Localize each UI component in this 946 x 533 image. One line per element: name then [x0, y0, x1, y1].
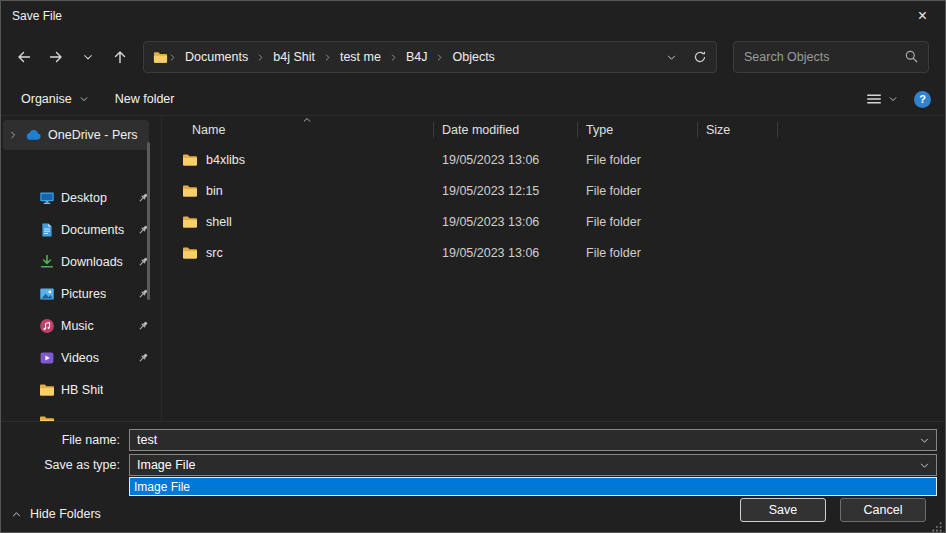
search-box — [733, 41, 929, 73]
main-area: OneDrive - Pers Desktop Documents Downlo… — [1, 115, 945, 421]
file-row[interactable]: b4xlibs 19/05/2023 13:06 File folder — [162, 144, 945, 175]
sidebar-item-label: Pictures — [61, 287, 106, 301]
save-as-type-select[interactable]: Image File — [129, 454, 937, 476]
music-icon — [39, 318, 55, 334]
file-date: 19/05/2023 13:06 — [434, 153, 578, 167]
hide-folders-label: Hide Folders — [30, 507, 101, 521]
chevron-down-icon[interactable] — [919, 435, 930, 449]
file-name-label: File name: — [1, 433, 129, 447]
file-name-combobox[interactable] — [129, 429, 937, 451]
column-header-size[interactable]: Size — [698, 116, 778, 144]
pin-icon — [137, 352, 149, 364]
breadcrumb-separator-icon[interactable] — [256, 53, 265, 62]
chevron-down-icon — [79, 94, 89, 104]
back-button[interactable] — [9, 42, 39, 72]
sidebar-scrollbar[interactable] — [147, 142, 150, 300]
folder-icon — [182, 245, 198, 261]
navigation-bar: Documents b4j Shit test me B4J Objects — [1, 31, 945, 83]
search-input[interactable] — [733, 41, 929, 73]
file-row[interactable]: src 19/05/2023 13:06 File folder — [162, 237, 945, 268]
breadcrumb-item[interactable]: b4j Shit — [265, 42, 323, 72]
save-as-type-dropdown: Image File — [129, 477, 937, 496]
sidebar-item-music[interactable]: Music — [3, 311, 149, 341]
file-row[interactable]: bin 19/05/2023 12:15 File folder — [162, 175, 945, 206]
breadcrumb-item[interactable]: test me — [332, 42, 389, 72]
breadcrumb-item[interactable]: B4J — [398, 42, 436, 72]
sidebar-item-onedrive[interactable]: OneDrive - Pers — [3, 120, 149, 150]
search-icon — [904, 49, 919, 64]
column-header-type[interactable]: Type — [578, 116, 698, 144]
sidebar-item-partial[interactable] — [3, 407, 149, 421]
dropdown-option-image-file[interactable]: Image File — [130, 478, 936, 495]
address-bar[interactable]: Documents b4j Shit test me B4J Objects — [143, 41, 717, 73]
resize-grip-icon — [931, 521, 942, 532]
navigation-pane: OneDrive - Pers Desktop Documents Downlo… — [1, 116, 162, 421]
chevron-up-icon — [11, 509, 22, 520]
address-dropdown-button[interactable] — [658, 42, 684, 72]
sort-ascending-icon — [302, 114, 312, 128]
save-button[interactable]: Save — [740, 498, 826, 522]
file-date: 19/05/2023 13:06 — [434, 246, 578, 260]
sidebar-item-downloads[interactable]: Downloads — [3, 247, 149, 277]
change-view-button[interactable] — [865, 90, 898, 108]
new-folder-button[interactable]: New folder — [115, 92, 175, 106]
file-name: b4xlibs — [206, 153, 245, 167]
resize-grip[interactable] — [931, 521, 942, 532]
cancel-button[interactable]: Cancel — [840, 498, 926, 522]
file-date: 19/05/2023 13:06 — [434, 215, 578, 229]
breadcrumb-separator-icon[interactable] — [323, 53, 332, 62]
dialog-footer: File name: Save as type: Image File Imag… — [1, 421, 945, 533]
sidebar-item-label: Downloads — [61, 255, 123, 269]
column-header-date-modified[interactable]: Date modified — [434, 116, 578, 144]
file-type: File folder — [578, 215, 698, 229]
sidebar-item-pictures[interactable]: Pictures — [3, 279, 149, 309]
sidebar-item-desktop[interactable]: Desktop — [3, 183, 149, 213]
pictures-icon — [39, 286, 55, 302]
file-type: File folder — [578, 184, 698, 198]
sidebar-item-hb-shit[interactable]: HB Shit — [3, 375, 149, 405]
file-name: src — [206, 246, 223, 260]
file-list: Name Date modified Type Size b4xlibs 19/… — [162, 116, 945, 421]
sidebar-item-label: Documents — [61, 223, 124, 237]
document-icon — [39, 222, 55, 238]
location-folder-icon — [153, 50, 168, 65]
pin-icon — [137, 320, 149, 332]
recent-locations-button[interactable] — [73, 42, 103, 72]
videos-icon — [39, 350, 55, 366]
folder-icon — [39, 414, 55, 421]
folder-icon — [182, 152, 198, 168]
save-as-type-label: Save as type: — [1, 458, 129, 472]
sidebar-item-videos[interactable]: Videos — [3, 343, 149, 373]
breadcrumb-separator-icon[interactable] — [389, 53, 398, 62]
hide-folders-button[interactable]: Hide Folders — [11, 505, 101, 523]
chevron-down-icon — [888, 94, 898, 104]
breadcrumb-item[interactable]: Documents — [177, 42, 256, 72]
refresh-button[interactable] — [684, 42, 716, 72]
breadcrumb-item[interactable]: Objects — [444, 42, 502, 72]
folder-icon — [182, 214, 198, 230]
onedrive-cloud-icon — [25, 127, 42, 144]
breadcrumb-separator-icon[interactable] — [435, 53, 444, 62]
file-name: bin — [206, 184, 223, 198]
file-type: File folder — [578, 153, 698, 167]
chevron-down-icon[interactable] — [919, 460, 930, 474]
sidebar-item-label: Music — [61, 319, 94, 333]
close-button[interactable]: × — [900, 1, 945, 31]
sidebar-item-label: Videos — [61, 351, 99, 365]
expand-chevron-icon[interactable] — [8, 130, 18, 140]
sidebar-item-documents[interactable]: Documents — [3, 215, 149, 245]
help-button[interactable]: ? — [914, 91, 931, 108]
file-name-input[interactable] — [130, 430, 936, 450]
file-date: 19/05/2023 12:15 — [434, 184, 578, 198]
breadcrumb-separator-icon[interactable] — [168, 53, 177, 62]
details-view-icon — [865, 90, 883, 108]
save-as-type-value: Image File — [130, 458, 195, 472]
forward-button[interactable] — [41, 42, 71, 72]
sidebar-item-label: HB Shit — [61, 383, 103, 397]
file-row[interactable]: shell 19/05/2023 13:06 File folder — [162, 206, 945, 237]
organise-button[interactable]: Organise — [21, 92, 89, 106]
sidebar-item-label: OneDrive - Pers — [48, 128, 138, 142]
column-header-name[interactable]: Name — [162, 116, 434, 144]
up-button[interactable] — [105, 42, 135, 72]
desktop-icon — [39, 190, 55, 206]
